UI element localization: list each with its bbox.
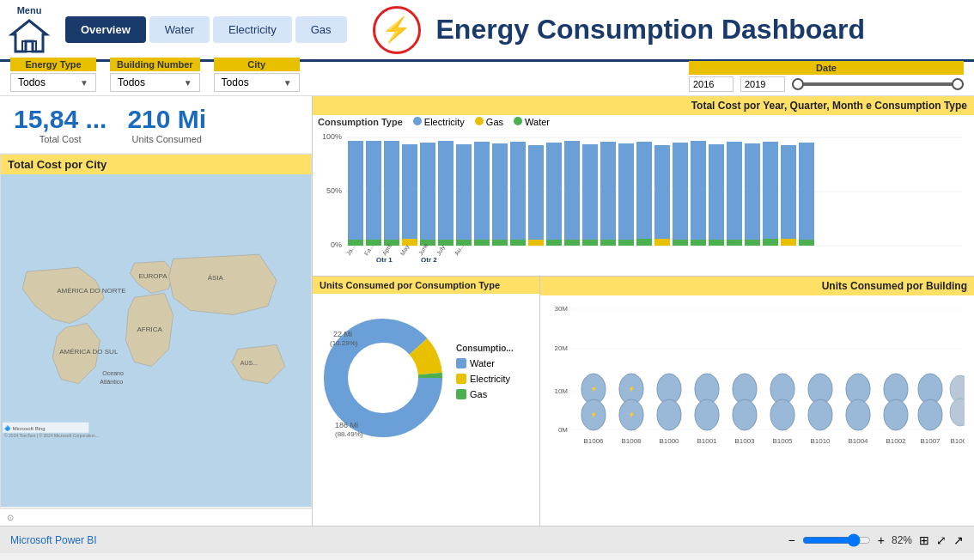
svg-point-85 [350,345,416,411]
total-cost-kpi: 15,84 ... Total Cost [14,105,107,144]
svg-point-109 [657,399,681,430]
electricity-swatch [456,374,466,384]
svg-rect-63 [745,143,760,240]
svg-text:Atlântico: Atlântico [100,379,123,385]
tab-gas[interactable]: Gas [295,16,347,43]
svg-marker-0 [12,21,46,52]
water-swatch [456,358,466,368]
svg-rect-49 [618,143,634,240]
kpi-row: 15,84 ... Total Cost 210 Mi Units Consum… [0,96,312,154]
donut-chart-svg: 22 Mi (10.29%) 186 Mi (88.49%) [316,301,449,438]
legend-electricity: Electricity [424,117,465,127]
svg-text:50%: 50% [326,186,342,195]
svg-text:ÁSIA: ÁSIA [208,274,224,282]
share-icon[interactable]: ↗ [953,533,964,547]
electricity-label: Electricity [470,374,510,384]
svg-text:Qtr 2: Qtr 2 [421,256,437,262]
filters-row: Energy Type Todos ▼ Building Number Todo… [0,62,974,96]
donut-legend-gas: Gas [456,389,514,399]
svg-text:⚡: ⚡ [628,411,636,418]
tab-electricity[interactable]: Electricity [213,16,292,43]
svg-rect-43 [564,141,580,240]
svg-rect-58 [691,240,706,246]
city-label: City [214,58,300,71]
donut-legend: Consumptio... Water Electricity Gas [456,344,514,399]
header: Menu Overview Water Electricity Gas ⚡ En… [0,0,974,62]
svg-rect-29 [438,141,454,240]
water-label: Water [470,358,495,368]
zoom-minus-icon[interactable]: − [788,533,795,547]
chevron-down-icon: ▼ [283,78,292,88]
svg-rect-23 [384,141,399,240]
city-select[interactable]: Todos ▼ [214,73,300,92]
date-slider-left-thumb[interactable] [792,78,804,90]
svg-rect-46 [582,240,598,246]
bar-chart-panel: Total Cost por Year, Quarter, Month e Co… [313,96,974,277]
main-content: 15,84 ... Total Cost 210 Mi Units Consum… [0,96,974,526]
power-bi-link[interactable]: Microsoft Power BI [10,534,97,546]
expand-icon[interactable]: ⤢ [936,533,947,547]
svg-rect-42 [546,240,562,246]
map-panel: Total Cost por City [0,154,312,508]
svg-rect-69 [799,143,814,240]
svg-text:AFRICA: AFRICA [137,326,162,333]
footer: Microsoft Power BI − + 82% ⊞ ⤢ ↗ [0,526,974,553]
svg-rect-1 [22,41,36,52]
date-slider-right-thumb[interactable] [952,78,964,90]
svg-rect-35 [492,143,508,240]
zoom-slider[interactable] [802,533,871,547]
donut-content: 22 Mi (10.29%) 186 Mi (88.49%) Consumpti… [313,294,539,448]
energy-type-select[interactable]: Todos ▼ [10,73,96,92]
svg-text:B1002: B1002 [886,437,906,445]
donut-title: Units Consumed por Consumption Type [313,277,539,294]
right-panel: Total Cost por Year, Quarter, Month e Co… [312,96,974,526]
date-end-input[interactable] [740,76,785,92]
date-label: Date [689,61,964,75]
tab-water[interactable]: Water [149,16,210,43]
svg-text:© 2024 TomTom | © 2024 Microso: © 2024 TomTom | © 2024 Microsoft Corpora… [4,433,99,438]
svg-text:B1009: B1009 [950,437,965,445]
svg-rect-59 [709,144,724,240]
svg-text:Qtr 1: Qtr 1 [376,256,393,262]
svg-text:(10.29%): (10.29%) [330,339,358,347]
svg-text:AMÉRICA DO SUL: AMÉRICA DO SUL [59,348,119,356]
svg-rect-48 [600,240,616,246]
svg-rect-41 [546,143,562,240]
date-filter: Date [689,61,964,92]
world-map-svg: AMÉRICA DO NORTE AMÉRICA DO SUL EUROPA Á… [1,174,311,507]
svg-rect-67 [781,145,796,239]
svg-rect-21 [366,141,381,240]
svg-rect-70 [799,240,814,246]
footer-right: − + 82% ⊞ ⤢ ↗ [788,533,964,547]
chevron-down-icon: ▼ [184,78,192,88]
svg-point-127 [884,399,908,430]
zoom-plus-icon[interactable]: + [878,533,885,547]
svg-rect-60 [709,240,724,246]
fit-screen-icon[interactable]: ⊞ [919,533,929,547]
svg-rect-55 [673,143,688,240]
svg-rect-54 [654,239,670,246]
date-start-input[interactable] [689,76,734,92]
svg-point-112 [695,399,719,430]
energy-type-label: Energy Type [10,58,96,71]
svg-point-118 [770,399,794,430]
svg-rect-19 [348,141,363,240]
svg-rect-56 [673,240,688,246]
svg-text:⚡: ⚡ [590,411,598,418]
building-number-select[interactable]: Todos ▼ [110,73,200,92]
svg-point-130 [918,399,942,430]
svg-text:0M: 0M [558,426,568,434]
svg-rect-52 [636,239,652,246]
svg-rect-61 [727,142,742,240]
svg-rect-33 [474,142,490,240]
svg-text:🔷 Microsoft Bing: 🔷 Microsoft Bing [4,425,46,432]
svg-text:B1005: B1005 [772,437,793,445]
svg-text:June: June [417,242,429,257]
dashboard-title: Energy Consumption Dashboard [436,14,966,46]
svg-text:100%: 100% [322,132,342,141]
svg-rect-62 [727,240,742,246]
tab-overview[interactable]: Overview [65,16,146,43]
donut-legend-water: Water [456,358,514,368]
bar-legend: Consumption Type Electricity Gas Water [318,117,969,127]
svg-rect-53 [654,145,670,239]
